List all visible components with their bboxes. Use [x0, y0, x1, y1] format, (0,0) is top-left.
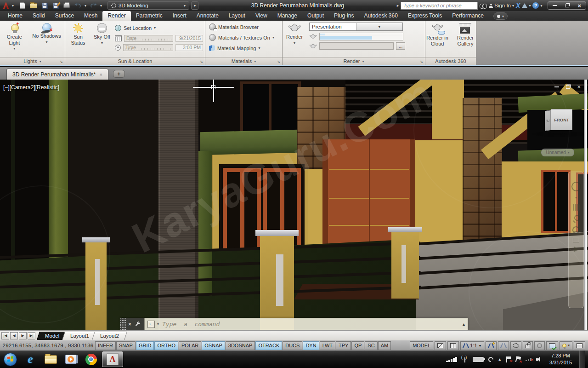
command-line[interactable]: × ›_ ▾ ▴	[120, 318, 468, 330]
exchange-apps-button[interactable]: X	[516, 2, 520, 9]
status-toggle-button[interactable]: POLAR	[179, 341, 201, 350]
internet-explorer-button[interactable]: e	[20, 351, 40, 368]
layout-tab[interactable]: Layout2	[92, 332, 127, 340]
render-gallery-button[interactable]: Render Gallery	[453, 22, 477, 47]
viewport-close-button[interactable]: ×	[577, 84, 581, 90]
battery-icon[interactable]: ---	[473, 357, 484, 362]
ribbon-tab[interactable]: Annotate	[192, 11, 224, 21]
command-input-field[interactable]: ›_ ▾ ▴	[144, 318, 468, 330]
status-toggle-button[interactable]: DYN	[303, 341, 319, 350]
viewport-restore-button[interactable]	[566, 85, 570, 89]
help-button[interactable]: ?▾	[532, 2, 542, 9]
volume-icon[interactable]	[536, 356, 542, 362]
autocad-taskbar-button[interactable]: A	[102, 351, 123, 367]
signal-strength-icon[interactable]	[446, 357, 457, 362]
motion-squares-icon[interactable]	[573, 238, 579, 242]
material-mapping-button[interactable]: Material Mapping▾	[209, 43, 280, 53]
status-toggle-button[interactable]: GRID	[136, 341, 154, 350]
plot-button[interactable]	[62, 1, 71, 10]
create-light-button[interactable]: Create Light ▾	[2, 22, 27, 52]
ribbon-tab[interactable]: Home	[3, 11, 28, 21]
viewcube-left-face[interactable]: LE	[545, 110, 551, 131]
drawing-file-tab[interactable]: 3D Render Perumahan Minimalis* ×	[6, 69, 108, 80]
status-toggle-button[interactable]: INFER	[95, 341, 116, 350]
isolate-objects-button[interactable]: ▾	[560, 341, 572, 350]
set-location-button[interactable]: Set Location ▾	[115, 23, 203, 33]
next-tab-button[interactable]: ▶	[19, 332, 27, 339]
command-input[interactable]	[161, 320, 460, 328]
start-button[interactable]	[0, 351, 20, 368]
search-input[interactable]	[401, 2, 478, 10]
viewcube[interactable]: LE FRONT	[545, 109, 573, 132]
sign-in-button[interactable]: Sign In ▾	[489, 3, 514, 8]
sky-off-button[interactable]: Sky Off ▾	[92, 22, 112, 46]
taskbar-clock[interactable]: 7:28 PM 3/31/2015	[547, 352, 575, 366]
render-browse-button[interactable]: ...	[396, 42, 405, 50]
redo-dropdown-icon[interactable]: ▾	[100, 4, 102, 8]
ribbon-tab[interactable]: Mesh	[79, 11, 102, 21]
file-explorer-button[interactable]	[40, 351, 61, 368]
hardware-acceleration-button[interactable]	[546, 341, 558, 350]
status-toggle-button[interactable]: DUCS	[283, 341, 302, 350]
sun-launcher-icon[interactable]: ↘	[199, 59, 203, 64]
viewcube-front-face[interactable]: FRONT	[551, 109, 572, 130]
ribbon-tab[interactable]: Output	[302, 11, 329, 21]
status-toggle-button[interactable]: AM	[378, 341, 391, 350]
status-toggle-button[interactable]: SC	[365, 341, 377, 350]
status-toggle-button[interactable]: SNAP	[116, 341, 136, 350]
ribbon-tab[interactable]: Plug-ins	[329, 11, 359, 21]
materials-browser-button[interactable]: Materials Browser	[209, 22, 280, 32]
undo-dropdown-icon[interactable]: ▾	[85, 4, 86, 8]
ribbon-tab[interactable]: Autodesk 360	[359, 11, 402, 21]
render-output-field[interactable]	[319, 42, 394, 50]
app-menu-dropdown-icon[interactable]: ▾	[12, 4, 14, 8]
minimize-button[interactable]	[553, 5, 557, 6]
undo-button[interactable]	[74, 1, 82, 10]
toolbar-lock-button[interactable]	[523, 341, 533, 350]
lights-panel-label[interactable]: Lights▾ ↘	[0, 57, 65, 65]
pan-hand-icon[interactable]	[573, 204, 580, 211]
first-tab-button[interactable]: |◀	[1, 332, 9, 339]
workspace-settings-button[interactable]	[510, 341, 521, 350]
viewport-minimize-button[interactable]	[554, 86, 559, 87]
render-button[interactable]: Render ▾	[284, 22, 305, 46]
performance-button[interactable]	[534, 341, 545, 350]
ribbon-tab[interactable]: Layout	[224, 11, 250, 21]
ribbon-tab[interactable]: Manage	[272, 11, 302, 21]
action-center-flag-icon[interactable]: ×	[506, 356, 511, 362]
command-close-icon[interactable]: ×	[128, 322, 131, 327]
sun-location-panel-label[interactable]: Sun & Location ↘	[65, 57, 205, 65]
sun-status-button[interactable]: Sun Status	[67, 22, 89, 46]
network-status-icon[interactable]: ×	[526, 358, 532, 361]
ribbon-tab[interactable]: Performance	[447, 11, 489, 21]
chrome-button[interactable]	[81, 351, 101, 368]
materials-panel-label[interactable]: Materials▾ ↘	[205, 57, 282, 65]
render-launcher-icon[interactable]: ↘	[419, 59, 423, 64]
close-button[interactable]: ×	[577, 3, 581, 9]
qat-customize-button[interactable]: ▾	[191, 1, 198, 10]
ribbon-tab[interactable]: View	[250, 11, 272, 21]
zoom-icon[interactable]	[572, 215, 580, 222]
restore-button[interactable]	[565, 4, 569, 7]
command-wrench-icon[interactable]	[135, 321, 141, 327]
quick-view-drawings-button[interactable]	[447, 341, 459, 350]
viewport-scrollbar[interactable]	[584, 80, 587, 330]
status-toggle-button[interactable]: QP	[351, 341, 364, 350]
auto-annotation-button[interactable]	[498, 341, 509, 350]
ribbon-tab[interactable]: Express Tools	[403, 11, 447, 21]
media-player-button[interactable]	[61, 351, 81, 368]
lights-launcher-icon[interactable]: ↘	[59, 59, 63, 64]
wireless-antenna-icon[interactable]	[462, 356, 468, 362]
status-toggle-button[interactable]: ORTHO	[154, 341, 178, 350]
command-line-grip[interactable]	[120, 318, 126, 330]
infocenter-flyout-icon[interactable]: ▸	[397, 3, 399, 8]
status-toggle-button[interactable]: OTRACK	[255, 341, 282, 350]
status-toggle-button[interactable]: LWT	[320, 341, 335, 350]
view-control-dropdown[interactable]: Unnamed▾	[541, 149, 574, 156]
render-progress-bar[interactable]	[319, 33, 403, 40]
ribbon-tab[interactable]: Solid	[28, 11, 50, 21]
render-preset-select[interactable]: Presentation ▾	[309, 23, 403, 31]
quick-view-layouts-button[interactable]	[435, 341, 446, 350]
file-tab-close-icon[interactable]: ×	[99, 72, 102, 77]
render-panel-label[interactable]: Render▾ ↘	[283, 57, 425, 65]
